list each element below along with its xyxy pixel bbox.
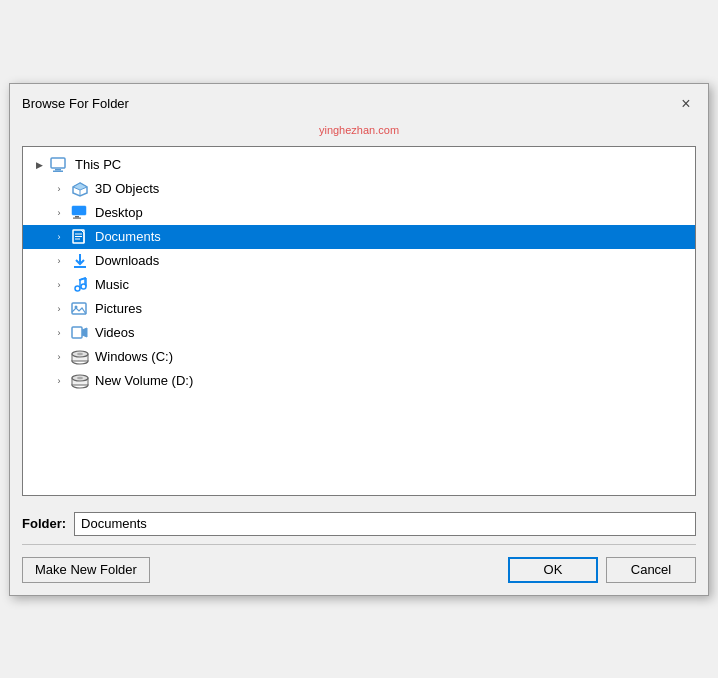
chevron-icon: › xyxy=(51,229,67,245)
documents-label: Documents xyxy=(95,229,161,244)
folder-tree: ▶ This PC › 3D Objects xyxy=(22,146,696,496)
browse-for-folder-dialog: Browse For Folder × yinghezhan.com ▶ Thi… xyxy=(9,83,709,596)
folder-label: Folder: xyxy=(22,516,66,531)
pictures-icon xyxy=(69,300,91,318)
chevron-icon: › xyxy=(51,349,67,365)
tree-root-this-pc[interactable]: ▶ This PC xyxy=(23,153,695,177)
divider xyxy=(22,544,696,545)
svg-rect-20 xyxy=(72,303,86,314)
svg-rect-0 xyxy=(51,158,65,168)
new-volume-d-label: New Volume (D:) xyxy=(95,373,193,388)
svg-rect-6 xyxy=(72,206,86,215)
chevron-icon: › xyxy=(51,181,67,197)
videos-icon xyxy=(69,324,91,342)
cancel-button[interactable]: Cancel xyxy=(606,557,696,583)
chevron-icon: › xyxy=(51,253,67,269)
music-icon xyxy=(69,276,91,294)
watermark: yinghezhan.com xyxy=(10,122,708,142)
tree-item-new-volume-d[interactable]: › New Volume (D:) xyxy=(23,369,695,393)
tree-item-3d-objects[interactable]: › 3D Objects xyxy=(23,177,695,201)
chevron-icon: › xyxy=(51,373,67,389)
close-button[interactable]: × xyxy=(676,94,696,114)
tree-item-windows-c[interactable]: › Windows (C:) xyxy=(23,345,695,369)
tree-item-desktop[interactable]: › Desktop xyxy=(23,201,695,225)
drive-c-icon xyxy=(69,348,91,366)
downloads-label: Downloads xyxy=(95,253,159,268)
dialog-title: Browse For Folder xyxy=(22,96,129,111)
svg-rect-7 xyxy=(75,216,79,218)
chevron-icon: › xyxy=(51,325,67,341)
chevron-icon: › xyxy=(51,301,67,317)
tree-item-music[interactable]: › Music xyxy=(23,273,695,297)
videos-label: Videos xyxy=(95,325,135,340)
tree-item-pictures[interactable]: › Pictures xyxy=(23,297,695,321)
downloads-icon xyxy=(69,252,91,270)
3d-objects-icon xyxy=(69,180,91,198)
svg-rect-22 xyxy=(72,327,82,338)
folder-input[interactable] xyxy=(74,512,696,536)
title-bar: Browse For Folder × xyxy=(10,84,708,122)
documents-icon xyxy=(69,228,91,246)
3d-objects-label: 3D Objects xyxy=(95,181,159,196)
desktop-icon xyxy=(69,204,91,222)
svg-marker-4 xyxy=(73,183,87,190)
tree-item-videos[interactable]: › Videos xyxy=(23,321,695,345)
svg-point-30 xyxy=(77,376,83,378)
svg-point-26 xyxy=(77,352,83,354)
svg-rect-8 xyxy=(73,217,81,218)
svg-rect-2 xyxy=(53,170,63,172)
tree-item-documents[interactable]: › Documents xyxy=(23,225,695,249)
desktop-label: Desktop xyxy=(95,205,143,220)
make-new-folder-button[interactable]: Make New Folder xyxy=(22,557,150,583)
chevron-icon: › xyxy=(51,205,67,221)
chevron-icon: ▶ xyxy=(31,157,47,173)
pictures-label: Pictures xyxy=(95,301,142,316)
music-label: Music xyxy=(95,277,129,292)
this-pc-icon xyxy=(49,156,71,174)
this-pc-label: This PC xyxy=(75,157,121,172)
windows-c-label: Windows (C:) xyxy=(95,349,173,364)
drive-d-icon xyxy=(69,372,91,390)
ok-button[interactable]: OK xyxy=(508,557,598,583)
buttons-row: Make New Folder OK Cancel xyxy=(10,551,708,595)
folder-row: Folder: xyxy=(10,504,708,544)
chevron-icon: › xyxy=(51,277,67,293)
tree-item-downloads[interactable]: › Downloads xyxy=(23,249,695,273)
svg-rect-1 xyxy=(55,169,61,171)
